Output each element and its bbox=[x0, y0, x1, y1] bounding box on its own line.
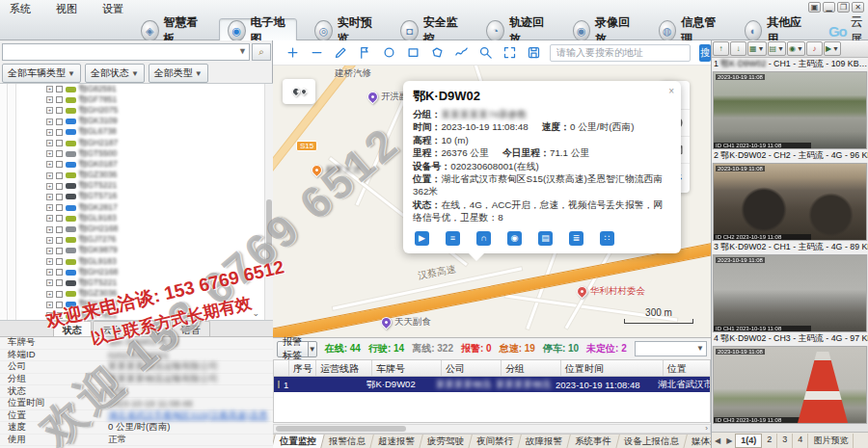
checkbox[interactable] bbox=[56, 150, 63, 157]
tree-row[interactable]: +鄂GK3109 bbox=[0, 300, 273, 310]
expand-icon[interactable]: + bbox=[46, 269, 53, 276]
page-down-icon[interactable]: ↓ bbox=[730, 41, 746, 56]
col-header-序号[interactable]: 序号 bbox=[289, 360, 316, 376]
expand-icon[interactable]: + bbox=[46, 129, 53, 136]
snapshot-icon[interactable]: ◉▼ bbox=[787, 41, 805, 56]
map-canvas[interactable]: 汉蔡高速 S15 建桥汽修开洪副食易家大道顺丰速运天天副食华利村村委会 鄂K·D… bbox=[273, 66, 711, 337]
tree-row[interactable]: +鄂GT5221 bbox=[0, 181, 273, 192]
expand-icon[interactable]: + bbox=[46, 140, 53, 146]
tab-系统事件[interactable]: 系统事件 bbox=[567, 435, 620, 448]
expand-icon[interactable]: + bbox=[46, 302, 53, 308]
tree-row[interactable]: +鄂GK0187 bbox=[0, 159, 273, 170]
expand-icon[interactable]: + bbox=[46, 237, 53, 244]
checkbox[interactable] bbox=[56, 140, 63, 146]
filter-全部类型[interactable]: 全部类型▼ bbox=[149, 64, 208, 83]
expand-icon[interactable]: + bbox=[46, 183, 53, 190]
play-all-icon[interactable]: ▶▼ bbox=[824, 41, 841, 56]
tree-row[interactable]: +鄂GT5500 bbox=[0, 148, 273, 159]
tab-媒体列表[interactable]: 媒体列表 bbox=[684, 435, 711, 448]
status-filter-combo[interactable]: ▼ bbox=[635, 341, 707, 356]
zoom-out-icon[interactable] bbox=[309, 45, 324, 61]
checkbox[interactable] bbox=[56, 129, 63, 136]
col-header-位置[interactable]: 位置 bbox=[664, 360, 711, 376]
poi-天天副食[interactable]: 天天副食 bbox=[381, 316, 431, 329]
video-tab-4[interactable]: 4 bbox=[793, 434, 808, 448]
polygon-draw-icon[interactable] bbox=[429, 45, 445, 61]
video-item-3[interactable]: 3 鄂K·D9W02 - CH1 - 主码流 - 4G - 89 KB/S…20… bbox=[712, 241, 868, 332]
detail-tab-状态[interactable]: 状态 bbox=[53, 321, 92, 336]
chevron-down-icon[interactable]: ⌄ bbox=[252, 308, 259, 318]
tab-夜间禁行[interactable]: 夜间禁行 bbox=[469, 435, 522, 448]
col-header-车牌号[interactable]: 车牌号 bbox=[372, 360, 442, 376]
video-item-2[interactable]: 2 鄂K·D9W02 - CH2 - 主码流 - 4G - 96 KB/S…20… bbox=[712, 149, 868, 241]
tab-设备上报信息[interactable]: 设备上报信息 bbox=[616, 435, 688, 448]
detail-tab-色彩[interactable]: 色彩 bbox=[132, 321, 171, 336]
zoom-in-icon[interactable] bbox=[285, 45, 300, 61]
expand-icon[interactable]: + bbox=[46, 258, 53, 265]
map-search-input[interactable] bbox=[550, 44, 691, 62]
tree-row[interactable]: +鄂GF7851 bbox=[0, 310, 273, 321]
checkbox[interactable] bbox=[56, 302, 63, 308]
expand-icon[interactable]: + bbox=[46, 279, 53, 286]
tree-row[interactable]: +鄂GF7851 bbox=[0, 94, 273, 105]
circle-draw-icon[interactable] bbox=[381, 45, 396, 61]
tree-row[interactable]: +鄂GL9183 bbox=[0, 256, 273, 267]
search-area-icon[interactable] bbox=[477, 45, 493, 61]
tree-scrollbar[interactable] bbox=[264, 84, 273, 320]
expand-icon[interactable]: + bbox=[46, 204, 53, 211]
expand-icon[interactable]: + bbox=[46, 150, 53, 157]
expand-icon[interactable]: + bbox=[46, 119, 53, 125]
tree-row[interactable]: +鄂GL6738 bbox=[0, 127, 273, 138]
save-map-icon[interactable] bbox=[526, 45, 541, 61]
tab-scroll-left-icon[interactable]: ◀ bbox=[712, 436, 723, 445]
checkbox[interactable] bbox=[56, 204, 63, 211]
video-thumbnail[interactable]: 2023-10-19 11:08ID CH3 2023-10-19 11:08 bbox=[713, 346, 867, 424]
close-icon[interactable]: × bbox=[668, 86, 674, 96]
video-tab-3[interactable]: 3 bbox=[777, 434, 793, 448]
menu-item-系统[interactable]: 系统 bbox=[6, 1, 35, 17]
checkbox[interactable] bbox=[56, 226, 63, 233]
col-header-checkbox[interactable] bbox=[274, 360, 289, 376]
alarm-tag-button[interactable]: 报警标签▼ bbox=[277, 341, 317, 357]
fullscreen-icon[interactable] bbox=[502, 45, 517, 61]
tree-row[interactable]: +鄂GH2168 bbox=[0, 224, 273, 234]
checkbox[interactable] bbox=[56, 96, 63, 103]
headset-icon[interactable]: ∩ bbox=[476, 231, 491, 246]
expand-icon[interactable]: + bbox=[46, 86, 53, 92]
tree-row[interactable]: +鄂GK3109 bbox=[0, 117, 273, 127]
col-header-运营线路[interactable]: 运营线路 bbox=[316, 360, 372, 376]
checkbox[interactable] bbox=[56, 161, 63, 168]
minimize-button[interactable]: ▁ bbox=[823, 2, 835, 13]
search-icon[interactable]: ⌕ bbox=[252, 43, 271, 61]
tree-row[interactable]: +鄂GH2187 bbox=[0, 138, 273, 148]
expand-icon[interactable]: + bbox=[46, 248, 53, 254]
expand-icon[interactable]: + bbox=[46, 96, 53, 103]
poi-建桥汽修[interactable]: 建桥汽修 bbox=[335, 67, 371, 80]
video-play-icon[interactable]: ▶ bbox=[415, 231, 429, 246]
checkbox[interactable] bbox=[56, 291, 63, 298]
checkbox[interactable] bbox=[56, 172, 63, 179]
checkbox[interactable] bbox=[56, 194, 63, 200]
checkbox[interactable] bbox=[56, 107, 63, 114]
video-thumbnail[interactable]: 2023-10-19 11:08ID CH1 2023-10-19 11:08 bbox=[713, 254, 867, 332]
menu-item-视图[interactable]: 视图 bbox=[52, 1, 81, 17]
page-up-icon[interactable]: ↑ bbox=[713, 41, 729, 56]
tab-疲劳驾驶[interactable]: 疲劳驾驶 bbox=[420, 435, 473, 448]
sd-card-icon[interactable]: ▤ bbox=[538, 231, 553, 246]
polyline-draw-icon[interactable] bbox=[453, 45, 469, 61]
apps-grid-icon[interactable]: ∷ bbox=[600, 231, 614, 246]
document-icon[interactable]: ≣ bbox=[569, 231, 583, 246]
video-tab-2[interactable]: 2 bbox=[762, 434, 777, 448]
tree-row[interactable]: +鄂GH2075 bbox=[0, 105, 273, 116]
col-header-位置时间[interactable]: 位置时间 bbox=[561, 360, 664, 376]
file-list-icon[interactable]: ≡ bbox=[446, 231, 460, 246]
table-hscrollbar[interactable]: › bbox=[273, 424, 711, 434]
checkbox[interactable] bbox=[56, 312, 63, 319]
table-row-selected[interactable]: 1鄂K·D9W02某某某某物流公司某某某某物流2023-10-19 11:08:… bbox=[274, 377, 710, 392]
detail-tab-语音[interactable]: 语音 bbox=[172, 321, 210, 336]
expand-icon[interactable]: + bbox=[46, 215, 53, 222]
expand-icon[interactable]: + bbox=[46, 291, 53, 298]
checkbox[interactable] bbox=[56, 215, 63, 222]
video-tab-1(4)[interactable]: 1(4) bbox=[735, 434, 762, 448]
mute-icon[interactable]: ♪ bbox=[806, 41, 823, 56]
